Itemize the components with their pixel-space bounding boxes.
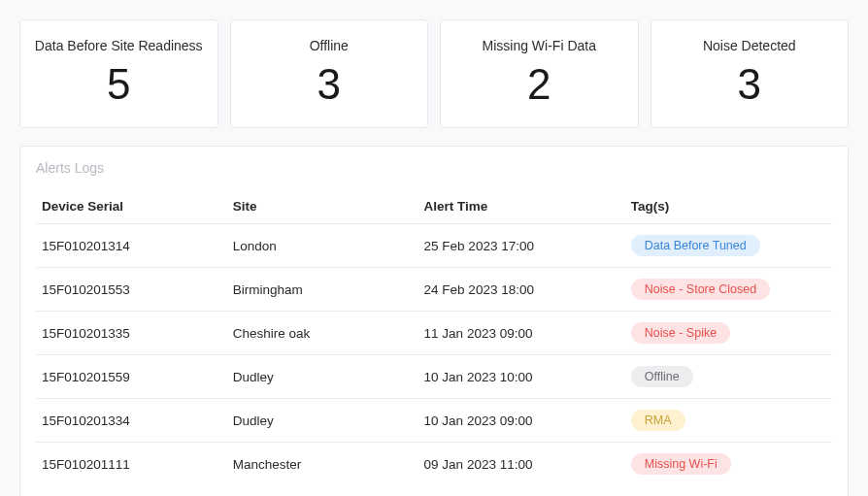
cell-tags: Noise - Store Closed — [625, 268, 832, 312]
cell-site: Dudley — [227, 355, 418, 399]
cell-time: 24 Feb 2023 18:00 — [418, 268, 625, 312]
cell-time: 10 Jan 2023 09:00 — [418, 399, 625, 443]
stats-row: Data Before Site Readiness 5 Offline 3 M… — [19, 19, 849, 128]
tag-badge[interactable]: Offline — [631, 366, 693, 387]
cell-tags: Data Before Tuned — [625, 224, 832, 268]
table-row[interactable]: 15F010201314London25 Feb 2023 17:00Data … — [36, 224, 832, 268]
table-row[interactable]: 15F010201553Birmingham24 Feb 2023 18:00N… — [36, 268, 832, 312]
stat-card-noise[interactable]: Noise Detected 3 — [651, 19, 850, 128]
table-row[interactable]: 15F010201335Cheshire oak11 Jan 2023 09:0… — [36, 312, 832, 355]
cell-tags: Missing Wi-Fi — [625, 443, 832, 486]
table-row[interactable]: 15F010201334Dudley10 Jan 2023 09:00RMA — [36, 399, 832, 443]
tag-badge[interactable]: Data Before Tuned — [631, 235, 760, 256]
table-row[interactable]: 15F010201559Dudley10 Jan 2023 10:00Offli… — [36, 355, 832, 399]
panel-title: Alerts Logs — [36, 160, 832, 176]
stat-card-data-before[interactable]: Data Before Site Readiness 5 — [19, 19, 218, 128]
table-row[interactable]: 15F010201111Manchester09 Jan 2023 11:00M… — [36, 443, 832, 486]
stat-value: 3 — [243, 63, 417, 106]
cell-time: 10 Jan 2023 10:00 — [418, 355, 625, 399]
cell-site: Manchester — [227, 443, 418, 486]
col-header-site[interactable]: Site — [227, 191, 418, 224]
cell-time: 25 Feb 2023 17:00 — [418, 224, 625, 268]
alerts-table-body: 15F010201314London25 Feb 2023 17:00Data … — [36, 224, 832, 486]
cell-serial: 15F010201334 — [36, 399, 227, 443]
stat-value: 3 — [663, 63, 837, 106]
tag-badge[interactable]: Missing Wi-Fi — [631, 453, 731, 475]
cell-time: 11 Jan 2023 09:00 — [418, 312, 625, 355]
col-header-time[interactable]: Alert Time — [418, 191, 625, 224]
tag-badge[interactable]: Noise - Spike — [631, 322, 730, 344]
cell-serial: 15F010201335 — [36, 312, 227, 355]
stat-label: Noise Detected — [663, 38, 837, 53]
cell-serial: 15F010201553 — [36, 268, 227, 312]
cell-site: London — [227, 224, 418, 268]
col-header-serial[interactable]: Device Serial — [36, 191, 227, 224]
alerts-logs-panel: Alerts Logs Device Serial Site Alert Tim… — [19, 146, 849, 496]
stat-label: Offline — [243, 38, 417, 53]
cell-tags: RMA — [625, 399, 832, 443]
stat-label: Missing Wi-Fi Data — [452, 38, 626, 53]
stat-value: 2 — [452, 63, 626, 106]
table-header-row: Device Serial Site Alert Time Tag(s) — [36, 191, 832, 224]
cell-tags: Noise - Spike — [625, 312, 832, 355]
cell-site: Birmingham — [227, 268, 418, 312]
cell-serial: 15F010201559 — [36, 355, 227, 399]
stat-card-offline[interactable]: Offline 3 — [230, 19, 429, 128]
tag-badge[interactable]: RMA — [631, 410, 685, 431]
cell-site: Dudley — [227, 399, 418, 443]
tag-badge[interactable]: Noise - Store Closed — [631, 279, 770, 300]
stat-label: Data Before Site Readiness — [32, 38, 206, 53]
cell-tags: Offline — [625, 355, 832, 399]
cell-serial: 15F010201314 — [36, 224, 227, 268]
stat-value: 5 — [32, 63, 206, 106]
cell-site: Cheshire oak — [227, 312, 418, 355]
col-header-tags[interactable]: Tag(s) — [625, 191, 832, 224]
alerts-table: Device Serial Site Alert Time Tag(s) 15F… — [36, 191, 832, 485]
cell-serial: 15F010201111 — [36, 443, 227, 486]
stat-card-missing-wifi[interactable]: Missing Wi-Fi Data 2 — [440, 19, 639, 128]
cell-time: 09 Jan 2023 11:00 — [418, 443, 625, 486]
